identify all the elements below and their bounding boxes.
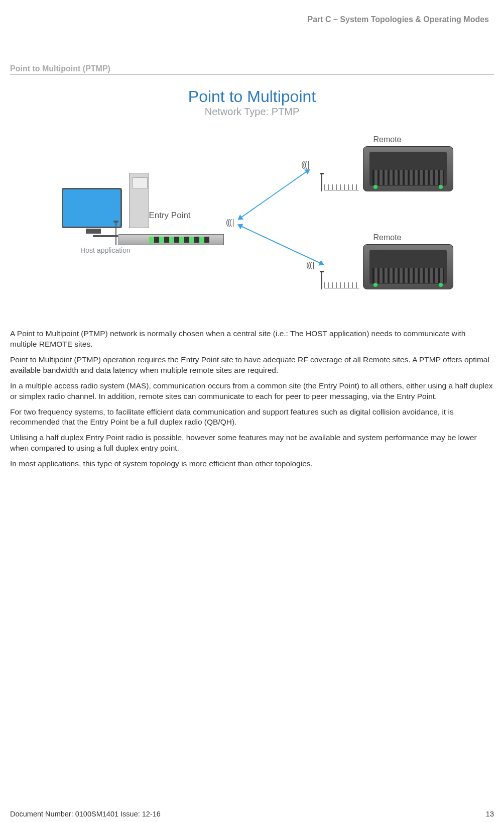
document-number: Document Number: 0100SM1401 Issue: 12-16 (10, 810, 161, 818)
paragraph: A Point to Multipoint (PTMP) network is … (10, 329, 494, 350)
body-text: A Point to Multipoint (PTMP) network is … (10, 329, 494, 469)
header-part-title: Part C – System Topologies & Operating M… (10, 15, 494, 24)
entry-point-icon: Entry Point (115, 211, 224, 245)
diagram-title: Point to Multipoint (20, 87, 484, 106)
monitor-icon (62, 188, 122, 228)
remote-unit-2: Remote (321, 233, 453, 289)
antenna-comb-icon (324, 184, 359, 190)
page-number: 13 (486, 810, 494, 818)
diagram-subtitle: Network Type: PTMP (20, 106, 484, 118)
paragraph: In most applications, this type of syste… (10, 459, 494, 469)
antenna-icon (115, 223, 116, 245)
diagram-container: Point to Multipoint Network Type: PTMP H… (10, 82, 494, 324)
paragraph: Point to Multipoint (PTMP) operation req… (10, 355, 494, 376)
host-label: Host application (30, 246, 181, 254)
radio-unit-icon (363, 244, 453, 289)
antenna-icon (321, 174, 322, 191)
switch-device-icon (118, 234, 224, 245)
remote-label: Remote (321, 233, 453, 242)
paragraph: In a multiple access radio system (MAS),… (10, 381, 494, 402)
entry-point-label: Entry Point (115, 211, 224, 221)
antenna-comb-icon (324, 282, 359, 288)
link-arrow-icon (240, 171, 307, 218)
page-footer: Document Number: 0100SM1401 Issue: 12-16… (10, 810, 494, 818)
paragraph: For two frequency systems, to facilitate… (10, 407, 494, 428)
link-arrow-icon (241, 226, 321, 264)
remote-label: Remote (321, 135, 453, 144)
antenna-icon (321, 272, 322, 289)
radio-unit-icon (363, 146, 453, 191)
paragraph: Utilising a half duplex Entry Point radi… (10, 433, 494, 454)
section-heading: Point to Multipoint (PTMP) (10, 64, 494, 75)
network-diagram: Host application Entry Point ((( | ((( |… (20, 128, 484, 314)
radio-signal-icon: ((( | (226, 218, 233, 227)
radio-signal-icon: ((( | (306, 261, 314, 270)
remote-unit-1: Remote (321, 135, 453, 191)
